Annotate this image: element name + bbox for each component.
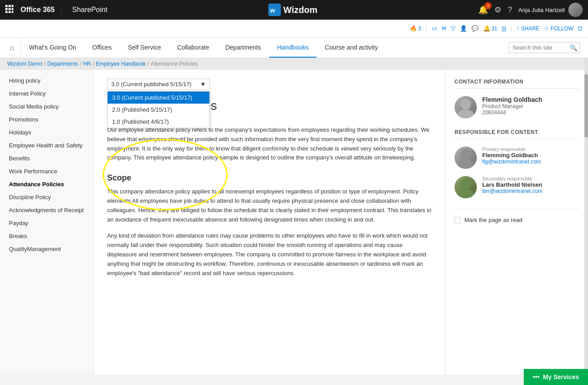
search-input[interactable] [509,42,580,53]
user-name: Anja Julia Hartzell [518,7,565,13]
bell-icon-item[interactable]: 🔔 31 [483,25,497,32]
settings-icon[interactable]: ⚙ [494,5,501,15]
contact-info-title: CONTACT INFORMATION [455,79,579,89]
sidebar-item-discipline[interactable]: Discipline Policy [0,191,93,204]
filter-icon[interactable]: ▽ [451,25,455,32]
svg-point-12 [457,109,475,118]
version-dropdown-area: 3.0 (Current published 5/15/17) ▼ 3.0 (C… [107,79,432,90]
sidebar-item-benefits[interactable]: Benefits [0,152,93,165]
share-button[interactable]: ↑ SHARE [517,25,539,32]
nav-collaborate[interactable]: Collaborate [169,38,217,58]
share-label: SHARE [521,25,539,32]
svg-rect-8 [12,11,13,13]
svg-point-16 [457,189,475,198]
share-icon: ↑ [517,25,520,32]
svg-rect-7 [8,11,11,13]
mark-read-label[interactable]: Mark the page as read [464,217,522,223]
sharepoint-label: SharePoint [66,6,107,14]
nav-self-service[interactable]: Self Service [120,38,169,58]
follow-button[interactable]: ☆ FOLLOW [544,25,573,32]
svg-point-11 [460,99,471,109]
svg-rect-2 [12,5,13,7]
sidebar-item-hiring-policy[interactable]: Hiring policy [0,74,93,87]
sidebar-item-promotions[interactable]: Promotions [0,113,93,126]
bars-icon[interactable]: ||| [502,25,506,32]
top-bar: ​ Office 365 SharePoint w Wizdom 🔔 3 ⚙ ?… [0,0,588,20]
breadcrumb-hr[interactable]: HR [83,61,91,67]
mark-read-section: Mark the page as read [455,209,579,223]
grid-icon[interactable]: ​ [5,5,13,15]
contact-info-details: Flemming Goldbach Product Manager 206044… [482,96,579,116]
version-dropdown: 3.0 (Current published 5/15/17) 2.0 (Pub… [107,91,210,128]
nav-course-activity[interactable]: Course and activity [317,38,386,58]
contact-card: Flemming Goldbach Product Manager 206044… [455,96,579,118]
office365-label[interactable]: Office 365 [21,6,61,14]
search-icon[interactable]: 🔍 [570,44,577,51]
breadcrumb-wizdom-demo[interactable]: Wizdom Demo [7,61,42,67]
contact-phone: 20604444 [482,109,579,116]
scrollbar-track[interactable] [584,58,588,374]
sidebar-item-work-performance[interactable]: Work Performance [0,165,93,178]
fire-icon-item[interactable]: 🔥 3 [410,25,421,32]
my-services-label: My Services [543,373,579,374]
sidebar-item-employee-health[interactable]: Employee Health and Safety [0,139,93,152]
primary-responsible-card: Primary responsible Flemming Goldbach fl… [455,146,579,169]
nav-handbooks[interactable]: Handbooks [269,38,317,58]
version-option-1[interactable]: 3.0 (Current published 5/15/17) [108,92,209,104]
primary-responsible-label: Primary responsible [482,146,579,152]
top-bar-center: w Wizdom [112,4,474,16]
chat-icon[interactable]: 💬 [471,25,479,32]
contact-name: Flemming Goldbach [482,96,579,103]
sidebar-item-holidays[interactable]: Holidays [0,126,93,139]
breadcrumb-sep1: / [44,61,46,67]
top-bar-right: 🔔 3 ⚙ ? Anja Julia Hartzell [478,3,583,17]
sidebar-item-quality[interactable]: QualityManagement [0,243,93,255]
nav-whats-going-on[interactable]: What's Going On [21,38,84,58]
content-para-1: Our employee attendance policy refers to… [107,126,432,163]
responsible-title: RESPONSIBLE FOR CONTENT [455,129,579,139]
nav-offices[interactable]: Offices [84,38,120,58]
version-option-2[interactable]: 2.0 (Published 5/15/17) [108,104,209,116]
primary-responsible-info: Primary responsible Flemming Goldbach fl… [482,146,579,165]
scrollbar-thumb[interactable] [584,74,588,138]
secondary-responsible-email[interactable]: lbn@wizdomintranet.com [482,188,579,194]
sidebar-item-breaks[interactable]: Breaks [0,230,93,243]
sidebar-item-internet-policy[interactable]: Internet Policy [0,87,93,100]
breadcrumb-sep4: / [147,61,149,67]
sidebar-item-acknowledgments[interactable]: Acknowledgments of Receipt [0,204,93,217]
home-button[interactable]: ⌂ [4,38,21,58]
tablet-icon[interactable]: ▭ [432,25,437,32]
help-icon[interactable]: ? [508,5,512,15]
notification-bell[interactable]: 🔔 3 [478,5,488,15]
person-icon[interactable]: 👤 [460,25,467,32]
star-icon: ☆ [544,25,549,32]
primary-responsible-email[interactable]: flg@wizdomintranet.com [482,159,579,165]
responsible-section: RESPONSIBLE FOR CONTENT Primary responsi… [455,129,579,198]
notification-count: 3 [484,2,492,9]
breadcrumb-employee-handbook[interactable]: Employee Handbook [96,61,146,67]
my-services-button[interactable]: ••• My Services [524,369,588,374]
primary-responsible-name: Flemming Goldbach [482,152,579,159]
version-select-wrapper: 3.0 (Current published 5/15/17) ▼ 3.0 (C… [107,79,210,90]
sidebar-item-attendance-policies[interactable]: Attendance Policies [0,178,93,191]
user-avatar [568,3,583,17]
mark-read-checkbox[interactable] [455,217,461,223]
scope-title: Scope [107,173,432,183]
contact-job-title: Product Manager [482,103,579,109]
mail-icon[interactable]: ✉ [442,25,446,32]
follow-label: FOLLOW [550,25,573,32]
nav-departments[interactable]: Departments [217,38,269,58]
version-select-display[interactable]: 3.0 (Current published 5/15/17) ▼ [107,79,210,90]
secondary-responsible-card: Secondary responsible Lars Barthold Niel… [455,176,579,198]
contact-avatar [455,96,477,118]
maximize-icon[interactable]: ⊡ [578,25,583,32]
breadcrumb-sep3: / [92,61,94,67]
breadcrumb: Wizdom Demo / Departments / HR / Employe… [0,58,588,70]
nav-search: 🔍 [509,38,584,58]
svg-text:w: w [270,7,275,14]
version-option-3[interactable]: 1.0 (Published 4/6/17) [108,116,209,128]
sidebar-item-social-media[interactable]: Social Media policy [0,100,93,113]
breadcrumb-departments[interactable]: Departments [47,61,78,67]
sidebar-item-payday[interactable]: Payday [0,217,93,230]
user-profile[interactable]: Anja Julia Hartzell [518,3,583,17]
